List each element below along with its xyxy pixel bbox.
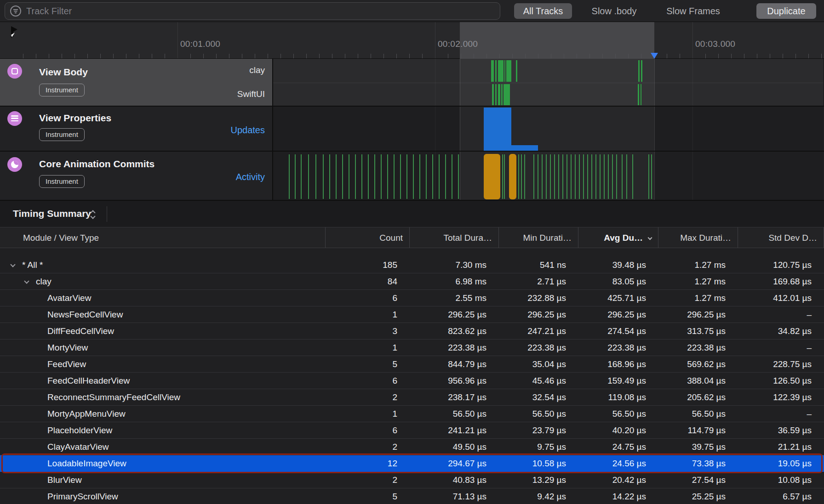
table-row[interactable]: DiffFeedCellView3823.62 µs247.21 µs274.5… [0, 323, 824, 340]
time-label-1s: 00:01.000 [180, 39, 220, 49]
disclosure-chevron-icon[interactable] [10, 262, 15, 267]
row-total-cell: 844.79 µs [410, 356, 499, 372]
commit-line [521, 154, 522, 199]
table-row[interactable]: * All *1857.30 ms541 ns39.48 µs1.27 ms12… [0, 257, 824, 273]
row-avg-cell: 40.20 µs [578, 422, 658, 438]
table-row[interactable]: LoadableImageView12294.67 µs10.58 µs24.5… [0, 455, 824, 472]
timing-summary-dropdown[interactable]: Timing Summary [13, 208, 91, 219]
track-view-body-graph[interactable] [273, 59, 823, 106]
inspection-flag-icon[interactable] [10, 26, 19, 40]
table-row[interactable]: FeedCellHeaderView6956.96 µs45.46 µs159.… [0, 373, 824, 389]
column-header-std-dev[interactable]: Std Dev D… [738, 227, 824, 248]
view-properties-bar [484, 108, 511, 151]
row-std-cell: – [738, 340, 824, 356]
column-header-min-duration[interactable]: Min Durati… [499, 227, 578, 248]
ruler-tick [589, 54, 590, 58]
ruler-selection-region[interactable] [460, 22, 654, 59]
tab-all-tracks[interactable]: All Tracks [514, 3, 572, 19]
row-count-cell: 2 [326, 389, 410, 405]
updates-link[interactable]: Updates [231, 125, 265, 136]
row-name-cell: FeedView [0, 356, 326, 372]
ruler-tick [757, 54, 757, 58]
row-total-cell: 956.96 µs [410, 373, 499, 389]
activity-link[interactable]: Activity [236, 172, 265, 182]
row-name-cell: PrimaryScrollView [0, 488, 326, 504]
row-std-cell: 126.50 µs [738, 373, 824, 389]
table-row[interactable]: PrimaryScrollView571.13 µs9.42 µs14.22 µ… [0, 488, 824, 504]
row-max-cell: 1.27 ms [658, 273, 738, 289]
commit-line [538, 154, 538, 199]
column-header-module-view-type[interactable]: Module / View Type [0, 227, 326, 248]
table-row[interactable]: ClayAvatarView249.50 µs9.75 µs24.75 µs39… [0, 439, 824, 455]
table-row[interactable]: MortyAppMenuView156.50 µs56.50 µs56.50 µ… [0, 406, 824, 422]
row-min-cell: 56.50 µs [499, 406, 578, 422]
row-name-cell: * All * [0, 257, 326, 273]
row-total-cell: 56.50 µs [410, 406, 499, 422]
track-core-animation-graph[interactable] [273, 152, 823, 200]
tab-slow-frames[interactable]: Slow Frames [658, 3, 729, 19]
selection-edge [460, 107, 460, 151]
disclosure-chevron-icon[interactable] [24, 278, 29, 283]
row-name-cell: ReconnectSummaryFeedCellView [0, 389, 326, 405]
commit-line [323, 154, 324, 199]
track-core-animation-header[interactable]: Core Animation Commits Instrument Activi… [0, 152, 273, 200]
commit-line [524, 154, 525, 199]
table-row[interactable]: NewsFeedCellView1296.25 µs296.25 µs296.2… [0, 306, 824, 323]
row-avg-cell: 274.54 µs [578, 323, 658, 339]
table-row[interactable]: clay846.98 ms2.71 µs83.05 µs1.27 ms169.6… [0, 273, 824, 290]
row-max-cell: 73.38 µs [658, 455, 738, 471]
ruler-tick [718, 54, 719, 58]
track-view-body[interactable]: View Body Instrument clay SwiftUI [0, 59, 824, 107]
view-body-interval [495, 84, 497, 105]
ruler-tick [306, 54, 307, 58]
column-header-total-duration[interactable]: Total Dura… [410, 227, 499, 248]
commit-line [336, 154, 337, 199]
commit-line [413, 154, 414, 199]
commit-line [612, 154, 613, 199]
track-core-animation[interactable]: Core Animation Commits Instrument Activi… [0, 152, 824, 201]
row-avg-cell: 24.75 µs [578, 439, 658, 455]
instrument-badge: Instrument [39, 128, 85, 141]
column-header-avg-duration[interactable]: Avg Du… [578, 227, 658, 248]
table-row[interactable]: MortyView1223.38 µs223.38 µs223.38 µs223… [0, 340, 824, 356]
track-view-properties[interactable]: View Properties Instrument Updates [0, 107, 824, 152]
selection-end-marker[interactable] [651, 53, 658, 59]
commit-line [591, 154, 592, 199]
column-header-count[interactable]: Count [326, 227, 410, 248]
ruler-tick [474, 54, 474, 58]
commit-line [355, 154, 356, 199]
track-filter-field[interactable] [5, 2, 500, 20]
ruler-tick [165, 54, 165, 58]
ruler-tick [371, 54, 371, 58]
lane-label-clay: clay [249, 65, 265, 75]
commit-line [616, 154, 617, 199]
row-min-cell: 9.75 µs [499, 439, 578, 455]
commit-line [368, 154, 369, 199]
commit-line [648, 154, 649, 199]
chevron-up-down-icon[interactable] [90, 209, 97, 220]
track-view-properties-header[interactable]: View Properties Instrument Updates [0, 107, 273, 151]
commit-line [626, 154, 627, 199]
table-row[interactable]: ReconnectSummaryFeedCellView2238.17 µs32… [0, 389, 824, 406]
commit-line [458, 154, 459, 199]
filter-icon [10, 5, 22, 17]
table-row[interactable]: AvatarView62.55 ms232.88 µs425.71 µs1.27… [0, 290, 824, 306]
table-row[interactable]: PlaceholderView6241.21 µs23.79 µs40.20 µ… [0, 422, 824, 439]
duplicate-button[interactable]: Duplicate [756, 3, 816, 19]
timeline-ruler[interactable]: 00:01.000 00:02.000 00:03.000 [0, 22, 824, 59]
track-view-properties-graph[interactable] [273, 107, 823, 151]
view-body-interval [516, 60, 517, 82]
graph-gridline [435, 107, 435, 151]
row-max-cell: 39.75 µs [658, 439, 738, 455]
commit-line [432, 154, 433, 199]
tab-slow-body[interactable]: Slow .body [583, 3, 645, 19]
table-row[interactable]: BlurView240.83 µs13.29 µs20.42 µs27.54 µ… [0, 472, 824, 488]
row-avg-cell: 159.49 µs [578, 373, 658, 389]
track-view-body-header[interactable]: View Body Instrument clay SwiftUI [0, 59, 273, 106]
ruler-tick [113, 54, 114, 58]
table-row[interactable]: FeedView5844.79 µs35.04 µs168.96 µs569.6… [0, 356, 824, 373]
column-header-max-duration[interactable]: Max Durati… [658, 227, 738, 248]
commit-line [600, 154, 601, 199]
ruler-tick [383, 54, 384, 58]
track-filter-input[interactable] [26, 6, 463, 17]
